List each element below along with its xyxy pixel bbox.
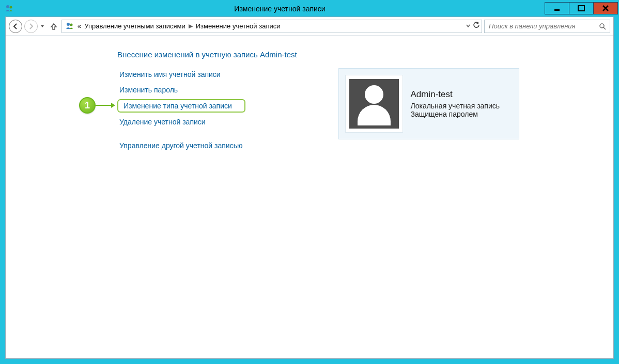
svg-rect-3	[578, 6, 584, 11]
page-heading: Внесение изменений в учетную запись Admi…	[117, 50, 601, 59]
search-input[interactable]	[488, 22, 595, 30]
breadcrumb-parent[interactable]: Управление учетными записями	[84, 22, 185, 30]
link-delete-account[interactable]: Удаление учетной записи	[117, 116, 245, 128]
svg-point-1	[10, 6, 12, 9]
search-icon[interactable]	[598, 22, 607, 30]
breadcrumb-bar[interactable]: « Управление учетными записями ▶ Изменен…	[61, 20, 482, 33]
nav-forward-button[interactable]	[24, 20, 38, 33]
action-links-panel: 1 Изменить имя учетной записи Изменить п…	[117, 68, 245, 152]
window-title: Изменение учетной записи	[14, 5, 545, 13]
link-change-name[interactable]: Изменить имя учетной записи	[117, 68, 245, 81]
annotation-badge: 1	[79, 97, 96, 114]
account-name: Admin-test	[410, 89, 500, 100]
caption-buttons	[545, 2, 618, 15]
link-change-password[interactable]: Изменить пароль	[117, 84, 245, 96]
nav-history-dropdown[interactable]	[40, 24, 45, 28]
link-change-account-type[interactable]: Изменение типа учетной записи	[117, 99, 245, 113]
link-manage-other-account[interactable]: Управление другой учетной записью	[117, 139, 245, 152]
breadcrumb-dropdown-icon[interactable]	[466, 22, 471, 30]
search-box[interactable]	[484, 20, 610, 33]
close-button[interactable]	[593, 2, 618, 14]
titlebar[interactable]: Изменение учетной записи	[1, 1, 618, 17]
breadcrumb-icon	[65, 22, 74, 31]
navbar: « Управление учетными записями ▶ Изменен…	[6, 17, 613, 36]
window-frame: Изменение учетной записи	[0, 0, 619, 364]
svg-rect-2	[554, 9, 560, 11]
client-area: « Управление учетными записями ▶ Изменен…	[5, 17, 614, 359]
minimize-button[interactable]	[545, 2, 569, 14]
maximize-button[interactable]	[569, 2, 594, 14]
avatar	[345, 75, 403, 133]
account-text: Admin-test Локальная учетная запись Защи…	[410, 89, 500, 118]
annotation-callout: 1	[79, 97, 114, 114]
account-type: Локальная учетная запись	[410, 102, 500, 110]
nav-up-button[interactable]	[48, 21, 59, 32]
chevron-right-icon: ▶	[189, 23, 193, 29]
svg-point-6	[600, 24, 604, 28]
annotation-arrow	[96, 105, 114, 106]
refresh-icon[interactable]	[473, 22, 480, 30]
svg-point-0	[6, 5, 9, 8]
account-protected: Защищена паролем	[410, 110, 500, 118]
svg-point-5	[70, 23, 73, 26]
account-card: Admin-test Локальная учетная запись Защи…	[338, 68, 519, 139]
title-icon	[4, 4, 14, 14]
nav-back-button[interactable]	[9, 20, 22, 33]
breadcrumb-current[interactable]: Изменение учетной записи	[196, 22, 281, 30]
svg-point-4	[67, 23, 70, 26]
breadcrumb-prefix: «	[78, 22, 81, 30]
content-area: Внесение изменений в учетную запись Admi…	[6, 36, 613, 358]
